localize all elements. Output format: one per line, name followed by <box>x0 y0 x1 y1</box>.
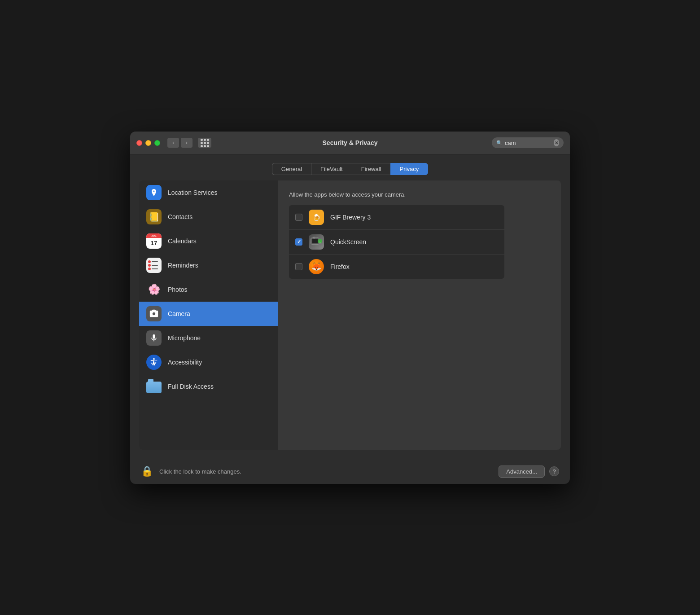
sidebar-item-reminders[interactable]: Reminders <box>139 253 278 277</box>
camera-icon <box>146 306 162 321</box>
sidebar-label-accessibility: Accessibility <box>168 359 202 366</box>
lock-text: Click the lock to make changes. <box>159 468 241 475</box>
window-title: Security & Privacy <box>323 139 378 146</box>
microphone-icon <box>146 330 162 346</box>
sidebar-label-photos: Photos <box>168 286 188 293</box>
close-button[interactable] <box>136 140 142 146</box>
main-panel: Allow the apps below to access your came… <box>278 180 561 450</box>
checkbox-quickscreen[interactable] <box>295 238 302 246</box>
photos-icon: 🌸 <box>146 282 162 297</box>
reminders-icon <box>146 258 162 273</box>
accessibility-icon <box>146 355 162 370</box>
sidebar-item-camera[interactable]: Camera <box>139 302 278 326</box>
search-input[interactable] <box>505 140 551 146</box>
nav-buttons: ‹ › <box>167 138 192 148</box>
back-button[interactable]: ‹ <box>167 138 179 148</box>
app-name-quickscreen: QuickScreen <box>330 238 366 246</box>
help-button[interactable]: ? <box>549 466 559 476</box>
forward-button[interactable]: › <box>181 138 192 148</box>
traffic-lights <box>136 140 160 146</box>
apps-list: 🍺 GIF Brewery 3 Qu <box>289 205 504 279</box>
tabs-bar: General FileVault Firewall Privacy <box>130 155 570 180</box>
checkbox-gif-brewery[interactable] <box>295 214 302 221</box>
checkbox-firefox[interactable] <box>295 263 302 270</box>
svg-rect-3 <box>313 237 315 238</box>
svg-point-0 <box>153 358 155 360</box>
sidebar-label-contacts: Contacts <box>168 213 192 220</box>
titlebar: ‹ › Security & Privacy 🔍 ✕ <box>130 132 570 155</box>
sidebar-item-accessibility[interactable]: Accessibility <box>139 350 278 374</box>
main-window: ‹ › Security & Privacy 🔍 ✕ General FileV… <box>130 132 570 484</box>
sidebar-item-fulldisk[interactable]: Full Disk Access <box>139 374 278 399</box>
sidebar-label-reminders: Reminders <box>168 262 198 269</box>
lock-icon[interactable]: 🔒 <box>141 466 153 477</box>
contacts-icon: 📒 <box>146 209 162 224</box>
content-area: Location Services 📒 Contacts JUL 17 Cale… <box>139 180 561 450</box>
sidebar-label-microphone: Microphone <box>168 334 201 342</box>
app-row-quickscreen: QuickScreen <box>289 230 504 255</box>
sidebar-item-calendars[interactable]: JUL 17 Calendars <box>139 229 278 253</box>
sidebar-label-fulldisk: Full Disk Access <box>168 383 214 390</box>
tab-filevault[interactable]: FileVault <box>311 163 352 175</box>
calendars-icon: JUL 17 <box>146 233 162 249</box>
grid-icon <box>201 139 209 147</box>
clear-search-button[interactable]: ✕ <box>554 139 559 146</box>
search-box[interactable]: 🔍 ✕ <box>492 137 564 148</box>
quickscreen-icon <box>309 234 324 250</box>
gif-brewery-icon: 🍺 <box>309 210 324 225</box>
tab-firewall[interactable]: Firewall <box>352 163 390 175</box>
app-name-gif-brewery: GIF Brewery 3 <box>330 214 371 221</box>
panel-description: Allow the apps below to access your came… <box>289 191 550 198</box>
app-name-firefox: Firefox <box>330 263 350 270</box>
footer: 🔒 Click the lock to make changes. Advanc… <box>130 459 570 484</box>
search-icon: 🔍 <box>496 140 503 146</box>
sidebar-item-microphone[interactable]: Microphone <box>139 326 278 350</box>
grid-button[interactable] <box>198 138 211 148</box>
sidebar-item-photos[interactable]: 🌸 Photos <box>139 277 278 302</box>
app-row-firefox: 🦊 Firefox <box>289 255 504 279</box>
firefox-icon: 🦊 <box>309 259 324 274</box>
tab-privacy[interactable]: Privacy <box>390 163 429 175</box>
sidebar-label-calendars: Calendars <box>168 237 197 245</box>
sidebar-label-location: Location Services <box>168 189 218 196</box>
minimize-button[interactable] <box>145 140 151 146</box>
sidebar-item-contacts[interactable]: 📒 Contacts <box>139 205 278 229</box>
tab-general[interactable]: General <box>272 163 311 175</box>
advanced-button[interactable]: Advanced... <box>499 466 545 478</box>
sidebar: Location Services 📒 Contacts JUL 17 Cale… <box>139 180 278 450</box>
app-row-gif-brewery: 🍺 GIF Brewery 3 <box>289 205 504 230</box>
location-icon <box>146 185 162 200</box>
fulldisk-icon <box>146 379 162 394</box>
sidebar-label-camera: Camera <box>168 310 190 317</box>
sidebar-item-location[interactable]: Location Services <box>139 180 278 205</box>
maximize-button[interactable] <box>154 140 160 146</box>
svg-rect-2 <box>312 239 318 243</box>
footer-right: Advanced... ? <box>499 466 559 478</box>
